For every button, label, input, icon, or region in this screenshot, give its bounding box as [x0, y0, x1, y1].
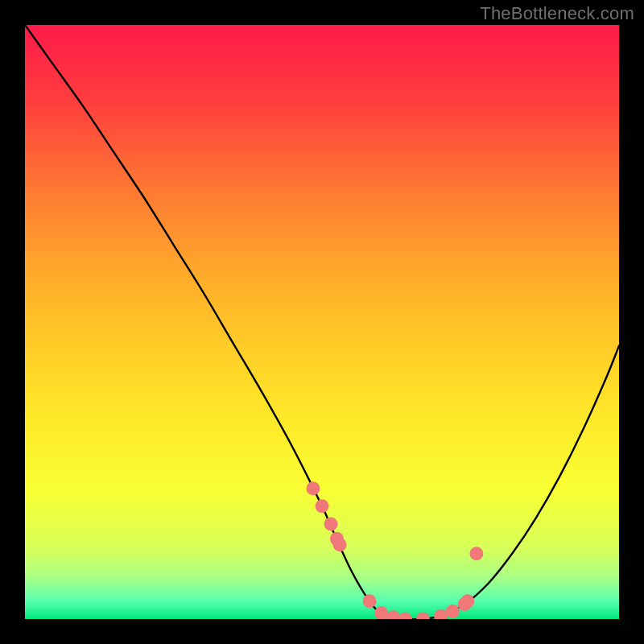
marker-dot [363, 594, 377, 608]
marker-dot [324, 517, 338, 530]
marker-dot [460, 594, 474, 608]
marker-dot [333, 538, 347, 551]
gradient-background [25, 25, 619, 619]
marker-dot [306, 481, 320, 495]
chart-frame: TheBottleneck.com [0, 0, 644, 644]
marker-dot [469, 547, 483, 560]
bottleneck-plot [25, 25, 619, 619]
plot-svg [25, 25, 619, 619]
marker-dot [446, 605, 460, 618]
marker-dot [316, 499, 329, 513]
watermark-text: TheBottleneck.com [480, 3, 634, 24]
